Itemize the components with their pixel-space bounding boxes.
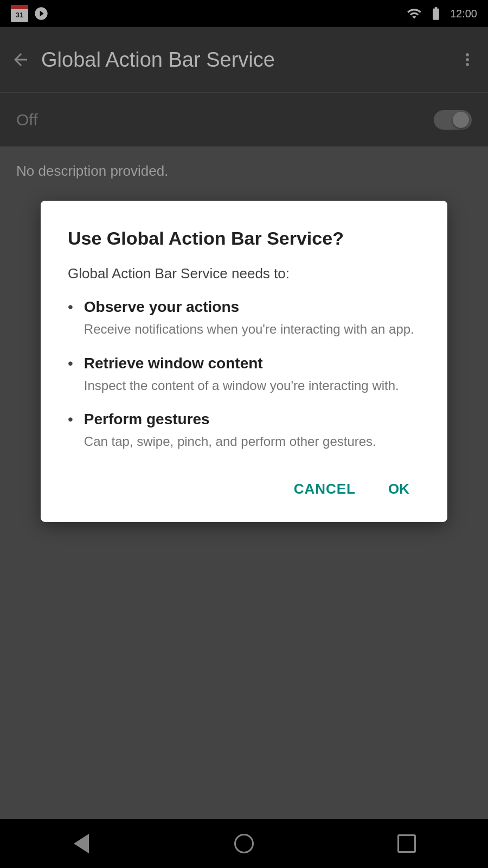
permission-title: Retrieve window content: [84, 355, 420, 372]
dialog-buttons: CANCEL OK: [68, 473, 420, 506]
permission-content: Retrieve window content Inspect the cont…: [84, 355, 420, 395]
list-item: • Observe your actions Receive notificat…: [68, 298, 420, 339]
dialog-subtitle: Global Action Bar Service needs to:: [68, 265, 420, 282]
list-item: • Perform gestures Can tap, swipe, pinch…: [68, 411, 420, 451]
bullet-icon: •: [68, 356, 73, 371]
permission-content: Perform gestures Can tap, swipe, pinch, …: [84, 411, 420, 451]
ok-button[interactable]: OK: [377, 473, 420, 506]
bullet-icon: •: [68, 412, 73, 427]
dialog-overlay: Use Global Action Bar Service? Global Ac…: [0, 0, 488, 868]
permission-title: Observe your actions: [84, 298, 420, 316]
permission-description: Receive notifications when you're intera…: [84, 320, 420, 339]
permission-list: • Observe your actions Receive notificat…: [68, 298, 420, 451]
dialog-title: Use Global Action Bar Service?: [68, 228, 420, 249]
dialog: Use Global Action Bar Service? Global Ac…: [41, 201, 447, 522]
list-item: • Retrieve window content Inspect the co…: [68, 355, 420, 395]
permission-title: Perform gestures: [84, 411, 420, 428]
permission-description: Inspect the content of a window you're i…: [84, 376, 420, 395]
bullet-icon: •: [68, 299, 73, 315]
permission-content: Observe your actions Receive notificatio…: [84, 298, 420, 339]
permission-description: Can tap, swipe, pinch, and perform other…: [84, 432, 420, 451]
cancel-button[interactable]: CANCEL: [283, 473, 367, 506]
